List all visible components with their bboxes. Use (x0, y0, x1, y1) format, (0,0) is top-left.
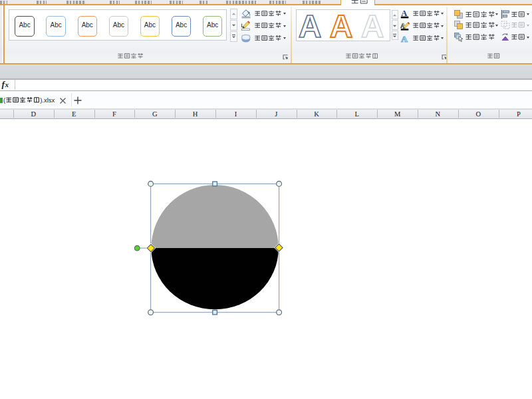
svg-text:A: A (401, 9, 407, 18)
svg-text:A: A (401, 33, 408, 43)
